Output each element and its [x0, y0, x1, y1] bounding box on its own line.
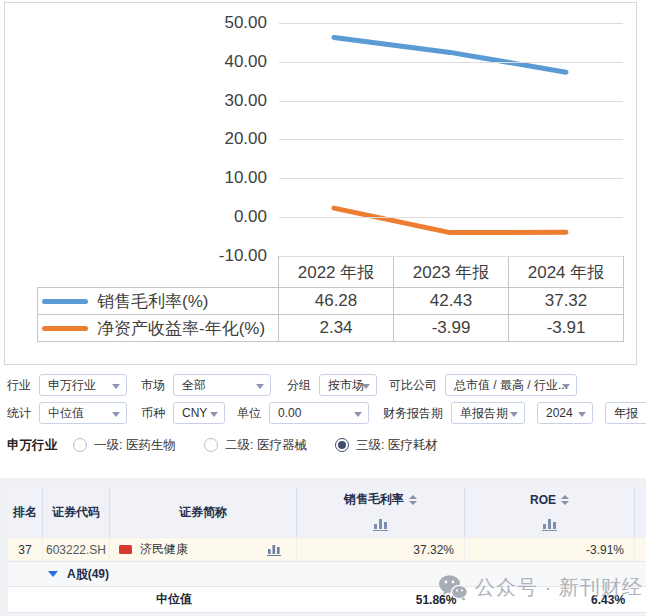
chevron-down-icon: [112, 384, 120, 389]
chart-legend-table: 2022 年报 2023 年报 2024 年报 销售毛利率(%) 46.28 4…: [37, 256, 624, 342]
filter-label: 币种: [141, 405, 165, 422]
gross-margin-cell: 37.32%: [297, 538, 465, 561]
gridline: [279, 139, 623, 140]
group-select[interactable]: 按市场: [319, 374, 377, 396]
chart-value-cell: 2.34: [279, 315, 394, 342]
selected-value: 0.00: [278, 406, 301, 420]
group-row-a-share[interactable]: A股(49): [8, 561, 646, 586]
sort-gross-margin[interactable]: 销售毛利率: [344, 487, 417, 512]
header-label: ROE: [530, 493, 556, 507]
sw-industry-level-group: 申万行业 一级: 医药生物 二级: 医疗器械 三级: 医疗耗材: [7, 436, 466, 454]
header-label: 销售毛利率: [344, 491, 404, 508]
sw-industry-title: 申万行业: [7, 437, 57, 454]
filter-row-1: 行业 申万行业 市场 全部 分组 按市场 可比公司 总市值 / 最高 / 行业.…: [7, 374, 577, 396]
gridline: [279, 62, 623, 63]
next-row-sliver: [8, 612, 646, 616]
radio-label: 三级: 医疗耗材: [356, 437, 438, 454]
chart-col-header: 2024 年报: [509, 257, 624, 288]
filter-label: 行业: [7, 377, 31, 394]
chart-value-cell: 37.32: [509, 288, 624, 315]
header-roe: ROE: [465, 487, 635, 537]
y-axis-tick: 40.00: [187, 53, 267, 71]
chevron-down-icon: [112, 412, 120, 417]
statistic-select[interactable]: 中位值: [39, 402, 127, 424]
collapse-triangle-icon: [48, 571, 58, 577]
y-axis-tick: 30.00: [187, 92, 267, 110]
selected-value: 中位值: [48, 405, 84, 422]
median-roe: 6.43%: [466, 587, 635, 612]
gridline: [279, 23, 623, 24]
legend-label: 净资产收益率-年化(%): [97, 317, 265, 340]
selected-value: 单报告期: [460, 405, 508, 422]
radio-circle-icon: [73, 438, 87, 452]
radio-selected-icon: [335, 438, 349, 452]
report-period-select[interactable]: 单报告期: [451, 402, 525, 424]
filter-label: 单位: [237, 405, 261, 422]
sort-roe[interactable]: ROE: [530, 487, 569, 512]
stock-row-jimin-health[interactable]: 37 603222.SH 济民健康 37.32% -3.91%: [8, 537, 646, 561]
ranking-table: 排名 证券代码 证券简称 销售毛利率 ROE: [8, 487, 646, 616]
radio-circle-icon: [204, 438, 218, 452]
chevron-down-icon: [562, 384, 570, 389]
y-axis-tick: 0.00: [187, 208, 267, 226]
median-label: 中位值: [8, 587, 300, 612]
report-type-select[interactable]: 年报: [605, 402, 646, 424]
radio-sw-level-3[interactable]: 三级: 医疗耗材: [335, 437, 438, 454]
legend-swatch-blue: [42, 299, 88, 304]
selected-value: 2024: [546, 406, 573, 420]
industry-select[interactable]: 申万行业: [39, 374, 127, 396]
y-axis-tick: 50.00: [187, 14, 267, 32]
legend-label: 销售毛利率(%): [97, 290, 208, 313]
header-rank: 排名: [8, 487, 43, 537]
chart-value-cell: 46.28: [279, 288, 394, 315]
legend-swatch-orange: [42, 326, 88, 331]
chevron-down-icon: [362, 384, 370, 389]
median-gross-margin: 51.86%: [300, 587, 467, 612]
gridline: [279, 101, 623, 102]
filter-label: 市场: [141, 377, 165, 394]
flag-icon: [119, 545, 132, 554]
filter-label: 可比公司: [389, 377, 437, 394]
mini-chart-button[interactable]: [267, 544, 282, 556]
gridline: [279, 256, 623, 257]
chart-col-header: 2022 年报: [279, 257, 394, 288]
y-axis-tick: 20.00: [187, 130, 267, 148]
legend-row-roe: 净资产收益率-年化(%): [38, 315, 279, 342]
radio-label: 二级: 医疗器械: [225, 437, 307, 454]
chevron-down-icon: [256, 384, 264, 389]
bar-chart-icon: [267, 544, 282, 556]
selected-value: CNY: [182, 406, 207, 420]
selected-value: 全部: [182, 377, 206, 394]
gridline: [279, 217, 623, 218]
chart-value-cell: -3.99: [394, 315, 509, 342]
code-cell: 603222.SH: [43, 538, 110, 561]
chart-card: 2022 年报 2023 年报 2024 年报 销售毛利率(%) 46.28 4…: [4, 2, 637, 365]
selected-value: 申万行业: [48, 377, 96, 394]
header-spacer: [635, 487, 646, 537]
filter-row-2: 统计 中位值 币种 CNY 单位 0.00 财务报告期 单报告期 2024 年报: [7, 402, 646, 424]
table-header: 排名 证券代码 证券简称 销售毛利率 ROE: [8, 487, 646, 537]
chevron-down-icon: [354, 412, 362, 417]
chart-value-cell: 42.43: [394, 288, 509, 315]
y-axis-tick: -10.00: [187, 247, 267, 265]
report-year-select[interactable]: 2024: [537, 402, 593, 424]
unit-select[interactable]: 0.00: [269, 402, 369, 424]
selected-value: 年报: [614, 405, 638, 422]
selected-value: 按市场: [328, 377, 364, 394]
stock-name: 济民健康: [140, 541, 188, 558]
market-select[interactable]: 全部: [173, 374, 271, 396]
comparable-company-select[interactable]: 总市值 / 最高 / 行业...: [445, 374, 577, 396]
radio-sw-level-1[interactable]: 一级: 医药生物: [73, 437, 176, 454]
radio-sw-level-2[interactable]: 二级: 医疗器械: [204, 437, 307, 454]
chart-value-cell: -3.91: [509, 315, 624, 342]
chart-toggle-roe[interactable]: [542, 512, 558, 537]
chevron-down-icon: [510, 412, 518, 417]
chevron-down-icon: [210, 412, 218, 417]
series-line-roe: [334, 208, 566, 233]
currency-select[interactable]: CNY: [173, 402, 225, 424]
median-row: 中位值 51.86% 6.43%: [8, 586, 646, 612]
header-gross-margin: 销售毛利率: [297, 487, 465, 537]
y-axis-tick: 10.00: [187, 169, 267, 187]
name-cell: 济民健康: [110, 538, 297, 561]
chart-toggle-gross-margin[interactable]: [373, 512, 389, 537]
